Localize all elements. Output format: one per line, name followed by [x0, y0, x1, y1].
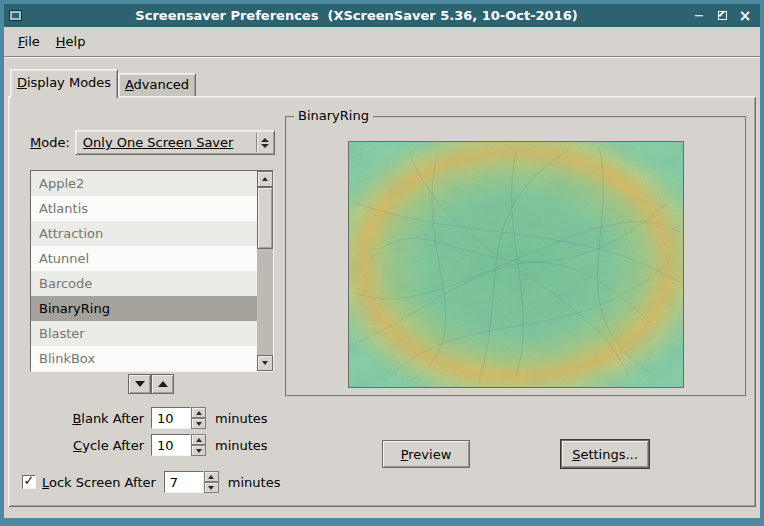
preview-image [348, 141, 684, 388]
list-up-button[interactable] [151, 374, 174, 394]
close-icon: × [739, 8, 752, 24]
preview-group-frame: BinaryRing [285, 116, 747, 397]
cycle-after-input[interactable] [151, 434, 191, 456]
restore-button[interactable] [714, 8, 730, 24]
cycle-after-spinbox [151, 434, 206, 456]
blank-after-label: Blank After [30, 411, 144, 426]
lock-screen-spinbox [164, 471, 219, 493]
down-arrow-icon [135, 381, 145, 387]
blank-after-up-button[interactable] [191, 407, 206, 418]
saver-list-item[interactable]: Atunnel [31, 246, 257, 271]
cycle-after-steppers [191, 434, 206, 456]
spin-down-icon [196, 422, 202, 426]
saver-list-item[interactable]: Apple2 [31, 171, 257, 196]
display-modes-panel: Mode: Only One Screen Saver Apple2 Atlan… [8, 96, 756, 507]
scrollbar-down-button[interactable] [257, 355, 273, 371]
preview-button[interactable]: Preview [382, 440, 470, 468]
blank-after-input[interactable] [151, 407, 191, 429]
lock-screen-checkbox[interactable]: ✓ [22, 475, 36, 489]
lock-screen-label: Lock Screen After [42, 475, 156, 490]
cycle-after-label: Cycle After [30, 438, 144, 453]
saver-list-scrollbar [257, 171, 273, 371]
menu-help[interactable]: Help [48, 30, 94, 53]
spin-up-icon [208, 475, 214, 479]
spin-up-icon [196, 438, 202, 442]
blank-after-down-button[interactable] [191, 418, 206, 429]
tab-display-modes[interactable]: Display Modes [10, 69, 118, 98]
blank-after-steppers [191, 407, 206, 429]
preview-art-svg [349, 142, 683, 387]
saver-list-item[interactable]: BlinkBox [31, 346, 257, 371]
mode-row: Mode: Only One Screen Saver [30, 130, 275, 155]
scrollbar-up-button[interactable] [257, 171, 273, 187]
up-arrow-icon [158, 381, 168, 387]
titlebar[interactable]: Screensaver Preferences (XScreenSaver 5.… [4, 4, 760, 27]
cycle-after-up-button[interactable] [191, 434, 206, 445]
lock-screen-down-button[interactable] [204, 482, 219, 493]
lock-screen-input[interactable] [164, 471, 204, 493]
spin-down-icon [196, 449, 202, 453]
scrollbar-thumb[interactable] [257, 187, 273, 249]
settings-button[interactable]: Settings... [561, 440, 649, 468]
list-nav-buttons [128, 374, 174, 394]
window-title: Screensaver Preferences (XScreenSaver 5.… [22, 8, 691, 23]
settings-button-label: Settings... [572, 447, 638, 462]
saver-list-item[interactable]: Attraction [31, 221, 257, 246]
cycle-after-unit: minutes [215, 438, 268, 453]
combo-arrows-icon [261, 138, 269, 148]
lock-screen-row: ✓ Lock Screen After minutes [22, 470, 280, 494]
lock-screen-up-button[interactable] [204, 471, 219, 482]
window-icon [9, 10, 22, 21]
spin-down-icon [208, 486, 214, 490]
tab-advanced[interactable]: Advanced [118, 73, 196, 98]
blank-after-unit: minutes [215, 411, 268, 426]
mode-select[interactable]: Only One Screen Saver [75, 130, 275, 155]
menu-file[interactable]: File [10, 30, 48, 53]
menubar: File Help [4, 27, 760, 56]
mode-label: Mode: [30, 135, 70, 150]
blank-after-spinbox [151, 407, 206, 429]
preview-button-label: Preview [401, 447, 452, 462]
saver-list-item[interactable]: Atlantis [31, 196, 257, 221]
close-button[interactable]: × [737, 8, 753, 24]
lock-screen-unit: minutes [228, 475, 281, 490]
tab-display-modes-label: Display Modes [17, 75, 111, 90]
combo-separator [256, 133, 258, 152]
restore-icon [718, 11, 727, 20]
mode-selected-value: Only One Screen Saver [76, 135, 256, 150]
saver-list: Apple2 Atlantis Attraction Atunnel Barco… [30, 170, 274, 372]
tab-advanced-label: Advanced [125, 77, 189, 92]
cycle-after-row: Cycle After minutes [30, 433, 268, 457]
menubar-separator [4, 56, 760, 58]
combo-up-icon [261, 138, 269, 142]
saver-list-rows: Apple2 Atlantis Attraction Atunnel Barco… [31, 171, 257, 371]
scroll-up-icon [262, 177, 268, 181]
titlebar-buttons: − × [691, 8, 753, 24]
spin-up-icon [196, 411, 202, 415]
xscreensaver-window: Screensaver Preferences (XScreenSaver 5.… [0, 0, 764, 526]
saver-list-item-selected[interactable]: BinaryRing [31, 296, 257, 321]
checkmark-icon: ✓ [24, 475, 35, 487]
scroll-down-icon [262, 361, 268, 365]
list-down-button[interactable] [128, 374, 151, 394]
minimize-button[interactable]: − [691, 8, 707, 24]
minimize-icon: − [694, 8, 705, 24]
lock-screen-steppers [204, 471, 219, 493]
preview-frame-title: BinaryRing [294, 108, 373, 123]
saver-list-item[interactable]: Blaster [31, 321, 257, 346]
blank-after-row: Blank After minutes [30, 406, 268, 430]
cycle-after-down-button[interactable] [191, 445, 206, 456]
combo-down-icon [261, 144, 269, 148]
saver-list-item[interactable]: Barcode [31, 271, 257, 296]
